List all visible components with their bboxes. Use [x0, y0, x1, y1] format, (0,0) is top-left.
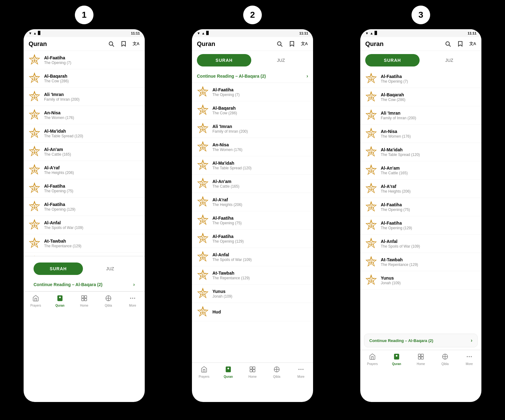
search-button[interactable] [444, 40, 452, 48]
list-item[interactable]: 1 Al-Anfal The Spoils of War (109) [360, 235, 481, 253]
list-item[interactable]: 1 Yunus Jonah (109) [24, 253, 145, 256]
list-item[interactable]: 1 Al-Faatiha The Opening (7) [360, 70, 481, 88]
qibla-nav-label: Qibla [441, 362, 448, 366]
translate-button[interactable]: 文A [469, 40, 476, 48]
svg-rect-71 [253, 370, 255, 372]
nav-tab-more[interactable]: More [289, 365, 313, 380]
list-item[interactable]: 1 Al-Faatiha The Opening (7) [192, 83, 313, 101]
list-item[interactable]: 1 At-Tawbah The Repentance (129) [24, 234, 145, 253]
list-item[interactable]: 1 Al-An'am The Cattle (165) [24, 143, 145, 161]
top-bar: Quran 文A [360, 37, 481, 51]
list-item[interactable]: 1 An-Nisa The Women (176) [360, 125, 481, 143]
surah-tab[interactable]: SURAH [34, 262, 83, 275]
list-item[interactable]: 1 At-Tawbah The Repentance (129) [192, 266, 313, 285]
juz-tab[interactable]: JUZ [85, 262, 135, 275]
surah-name: At-Tawbah [212, 271, 308, 276]
list-item[interactable]: 1 Al-An'am The Cattle (165) [360, 161, 481, 180]
nav-tab-qibla[interactable]: Qibla [265, 365, 289, 380]
surah-name: Al-Faatiha [212, 87, 308, 92]
list-item[interactable]: 1 Al-Baqarah The Cow (286) [360, 88, 481, 106]
list-item[interactable]: 1 Ali 'Imran Family of Imran (200) [360, 106, 481, 125]
list-item[interactable]: 1 Ali 'Imran Family of Imran (200) [192, 120, 313, 138]
surah-subtitle: The Opening (75) [44, 189, 140, 193]
nav-tab-quran[interactable]: Quran [48, 294, 72, 308]
list-item[interactable]: 1 Hud [192, 303, 313, 321]
more-nav-icon [298, 366, 304, 374]
list-item[interactable]: 1 Al-A'raf The Heights (206) [192, 193, 313, 211]
nav-tab-prayers[interactable]: Prayers [192, 365, 216, 380]
surah-info: Al-Anfal The Spoils of War (109) [212, 252, 308, 262]
continue-reading-banner[interactable]: Continue Reading – Al-Baqara (2) › [192, 70, 313, 83]
continue-reading-banner[interactable]: Continue Reading – Al-Baqara (2) › [29, 278, 140, 291]
nav-tab-prayers[interactable]: Prayers [360, 352, 384, 367]
surah-name: Ali 'Imran [44, 92, 140, 97]
list-item[interactable]: 1 At-Tawbah The Repentance (129) [360, 253, 481, 271]
nav-tab-more[interactable]: More [121, 294, 145, 308]
list-item[interactable]: 1 Al-Faatiha The Opening (75) [192, 211, 313, 230]
search-button[interactable] [276, 40, 283, 48]
surah-badge: 1 [29, 164, 40, 176]
signal-icon: ▲ [33, 31, 37, 35]
translate-button[interactable]: 文A [301, 40, 308, 48]
surah-subtitle: The Repentance (129) [44, 244, 140, 248]
juz-tab[interactable]: JUZ [422, 54, 476, 66]
list-item[interactable]: 1 Al-Faatiha The Opening (129) [360, 216, 481, 235]
nav-tab-more[interactable]: More [457, 352, 481, 367]
surah-badge: 1 [197, 214, 209, 226]
nav-tab-home[interactable]: Home [409, 352, 433, 367]
surah-tab[interactable]: SURAH [365, 54, 420, 66]
list-item[interactable]: 1 Al-Faatiha The Opening (75) [24, 179, 145, 198]
list-item[interactable]: 1 Al-A'raf The Heights (206) [24, 161, 145, 179]
surah-name: Al-Faatiha [44, 55, 140, 60]
surah-badge: 1 [197, 306, 209, 318]
nav-tab-qibla[interactable]: Qibla [96, 294, 121, 308]
list-item[interactable]: 1 Al-Faatiha The Opening (129) [192, 230, 313, 248]
translate-button[interactable]: 文A [132, 40, 140, 48]
surah-badge: 1 [29, 256, 40, 256]
svg-rect-30 [84, 296, 87, 298]
nav-tab-quran[interactable]: Quran [216, 365, 240, 380]
surah-subtitle: Jonah (109) [212, 294, 308, 299]
list-item[interactable]: 1 Al-Faatiha The Opening (129) [24, 198, 145, 216]
nav-tab-home[interactable]: Home [240, 365, 265, 380]
list-item[interactable]: 1 Al-Anfal The Spoils of War (109) [192, 248, 313, 266]
surah-badge: 1 [29, 182, 40, 194]
juz-tab[interactable]: JUZ [254, 54, 308, 66]
nav-tab-qibla[interactable]: Qibla [433, 352, 457, 367]
list-item[interactable]: 1 Al-Ma'idah The Table Spread (120) [24, 124, 145, 143]
tab-bar: SURAH JUZ [360, 51, 481, 70]
svg-point-75 [298, 369, 300, 370]
surah-subtitle: The Cattle (165) [381, 171, 476, 175]
surah-tab[interactable]: SURAH [197, 54, 251, 66]
continue-reading-card[interactable]: Continue Reading – Al-Baqara (2) › [364, 334, 478, 347]
surah-badge: 1 [197, 269, 209, 281]
nav-tab-home[interactable]: Home [72, 294, 96, 308]
list-item[interactable]: 1 An-Nisa The Women (176) [192, 138, 313, 156]
nav-tab-prayers[interactable]: Prayers [24, 294, 48, 308]
list-item[interactable]: 1 Al-Ma'idah The Table Spread (120) [360, 143, 481, 161]
bookmark-button[interactable] [120, 40, 127, 48]
svg-rect-105 [418, 354, 421, 356]
list-item[interactable]: 1 Yunus Jonah (109) [192, 285, 313, 303]
search-button[interactable] [107, 40, 115, 48]
list-item[interactable]: 1 Al-Baqarah The Cow (286) [24, 69, 145, 88]
tab-bar: SURAH JUZ [192, 51, 313, 70]
list-item[interactable]: 1 Al-Anfal The Spoils of War (109) [24, 216, 145, 234]
list-item[interactable]: 1 Ali 'Imran Family of Imran (200) [24, 88, 145, 106]
list-item[interactable]: 1 Al-Faatiha The Opening (75) [360, 198, 481, 216]
list-item[interactable]: 1 Al-Ma'idah The Table Spread (120) [192, 156, 313, 175]
list-item[interactable]: 1 Yunus Jonah (109) [360, 271, 481, 290]
home-nav-icon [81, 295, 88, 303]
list-item[interactable]: 1 Al-Baqarah The Cow (286) [192, 101, 313, 120]
list-item[interactable]: 1 An-Nisa The Women (176) [24, 106, 145, 124]
list-item[interactable]: 1 Al-Faatiha The Opening (7) [24, 51, 145, 69]
screen-number-1: 1 [75, 6, 93, 24]
list-item[interactable]: 1 Al-A'raf The Heights (206) [360, 180, 481, 198]
surah-info: Al-Faatiha The Opening (75) [212, 216, 308, 225]
bookmark-button[interactable] [288, 40, 296, 48]
surah-subtitle: The Women (176) [44, 116, 140, 120]
nav-tab-quran[interactable]: Quran [384, 352, 409, 367]
bookmark-button[interactable] [457, 40, 464, 48]
surah-info: Ali 'Imran Family of Imran (200) [44, 92, 140, 102]
list-item[interactable]: 1 Al-An'am The Cattle (165) [192, 175, 313, 193]
